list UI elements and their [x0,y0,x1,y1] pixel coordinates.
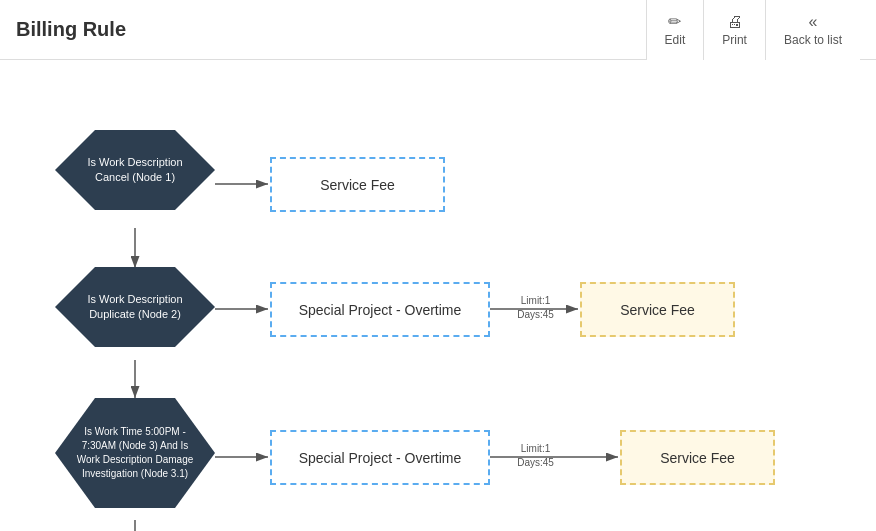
back-icon: « [809,13,818,31]
node2-label: Is Work Description Duplicate (Node 2) [69,292,201,323]
print-icon: 🖨 [727,13,743,31]
dashed-box-3: Special Project - Overtime [270,430,490,485]
node3-shape: Is Work Time 5:00PM - 7:30AM (Node 3) An… [55,398,215,508]
diagram-area: Is Work Description Cancel (Node 1) Is W… [0,60,876,531]
dashed-box-1: Service Fee [270,157,445,212]
node3: Is Work Time 5:00PM - 7:30AM (Node 3) An… [55,398,215,508]
print-button[interactable]: 🖨 Print [703,0,765,60]
node1-shape: Is Work Description Cancel (Node 1) [55,130,215,210]
node1: Is Work Description Cancel (Node 1) [55,130,215,210]
limit-label-2: Limit:1Days:45 [498,442,573,470]
edit-button[interactable]: ✏ Edit [646,0,704,60]
yellow-box-2: Service Fee [620,430,775,485]
dashed-box-3-label: Special Project - Overtime [299,450,462,466]
dashed-box-2-label: Special Project - Overtime [299,302,462,318]
yellow-box-1: Service Fee [580,282,735,337]
dashed-box-2: Special Project - Overtime [270,282,490,337]
dashed-box-1-label: Service Fee [320,177,395,193]
yellow-box-2-label: Service Fee [660,450,735,466]
node2: Is Work Description Duplicate (Node 2) [55,267,215,347]
node2-shape: Is Work Description Duplicate (Node 2) [55,267,215,347]
back-to-list-button[interactable]: « Back to list [765,0,860,60]
node1-label: Is Work Description Cancel (Node 1) [69,155,201,186]
header-actions: ✏ Edit 🖨 Print « Back to list [646,0,860,60]
yellow-box-1-label: Service Fee [620,302,695,318]
node3-label: Is Work Time 5:00PM - 7:30AM (Node 3) An… [69,425,201,481]
limit-label-1: Limit:1Days:45 [498,294,573,322]
main-container: Billing Rule ✏ Edit 🖨 Print « Back to li… [0,0,876,531]
edit-icon: ✏ [668,12,681,31]
page-title: Billing Rule [16,18,126,41]
header: Billing Rule ✏ Edit 🖨 Print « Back to li… [0,0,876,60]
